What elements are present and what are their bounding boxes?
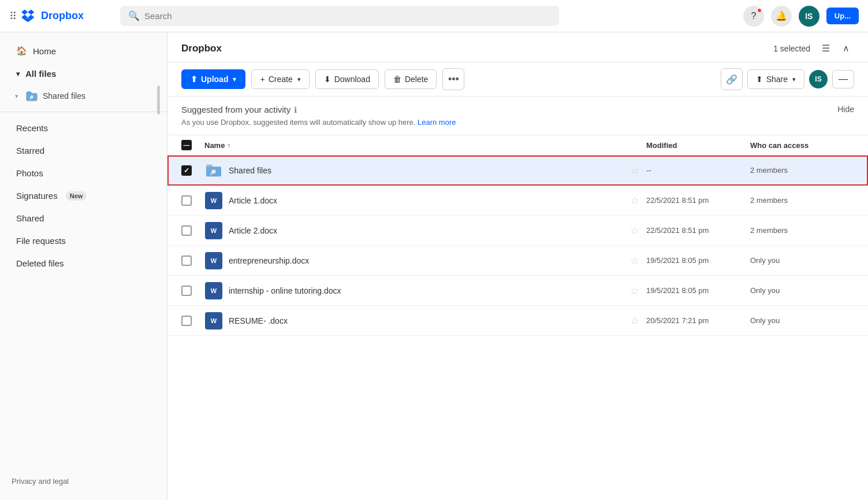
sidebar-item-home[interactable]: 🏠 Home bbox=[5, 40, 162, 62]
row-checkbox-entrepreneurship[interactable] bbox=[181, 255, 204, 266]
create-label: Create bbox=[269, 75, 293, 84]
upgrade-button[interactable]: Up... bbox=[826, 8, 859, 24]
col-modified-header: Modified bbox=[646, 141, 750, 150]
select-all-checkbox[interactable] bbox=[181, 140, 192, 150]
folder-icon bbox=[204, 161, 223, 180]
row-star-internship[interactable]: ☆ bbox=[577, 284, 646, 297]
row-modified-resume: 20/5/2021 7:21 pm bbox=[646, 316, 750, 325]
share-button[interactable]: ⬆ Share ▾ bbox=[747, 69, 804, 89]
row-star-article1[interactable]: ☆ bbox=[577, 194, 646, 207]
word-file-icon: W bbox=[204, 191, 223, 210]
toolbar-avatar[interactable]: IS bbox=[809, 70, 828, 88]
row-star-shared-files[interactable]: ☆ bbox=[577, 164, 646, 177]
chevron-up-icon[interactable]: ∧ bbox=[838, 40, 854, 56]
table-row[interactable]: W Article 2.docx ☆ 22/5/2021 8:51 pm 2 m… bbox=[167, 216, 868, 246]
avatar-button[interactable]: IS bbox=[799, 6, 819, 27]
sidebar-item-file-requests-label: File requests bbox=[16, 236, 66, 246]
header-right: 1 selected ☰ ∧ bbox=[773, 40, 854, 56]
help-button[interactable]: ? bbox=[743, 6, 764, 27]
row-select-checkbox-article1[interactable] bbox=[181, 195, 192, 206]
hide-button[interactable]: Hide bbox=[837, 105, 854, 114]
row-name-text-article2: Article 2.docx bbox=[229, 226, 277, 235]
row-select-checkbox-shared-files[interactable] bbox=[181, 165, 192, 176]
upload-button[interactable]: ⬆ Upload ▾ bbox=[181, 69, 245, 89]
link-icon: 🔗 bbox=[726, 74, 737, 85]
create-button[interactable]: + Create ▾ bbox=[251, 69, 309, 89]
row-star-entrepreneurship[interactable]: ☆ bbox=[577, 254, 646, 267]
sidebar-item-recents[interactable]: Recents bbox=[5, 117, 162, 139]
col-name-header[interactable]: Name ↑ bbox=[204, 141, 577, 150]
row-checkbox-internship[interactable] bbox=[181, 286, 204, 296]
row-select-checkbox-internship[interactable] bbox=[181, 286, 192, 296]
row-select-checkbox-article2[interactable] bbox=[181, 225, 192, 236]
sidebar-item-all-files[interactable]: ▾ All files bbox=[5, 63, 162, 84]
row-name-article2: W Article 2.docx bbox=[204, 221, 577, 240]
toolbar-right: 🔗 ⬆ Share ▾ IS — bbox=[721, 68, 854, 90]
suggestions-desc-text: As you use Dropbox, suggested items will… bbox=[181, 118, 415, 127]
toolbar: ⬆ Upload ▾ + Create ▾ ⬇ Download 🗑 Delet… bbox=[167, 62, 868, 97]
row-checkbox-article1[interactable] bbox=[181, 195, 204, 206]
download-label: Download bbox=[334, 75, 370, 84]
table-row[interactable]: W entrepreneurship.docx ☆ 19/5/2021 8:05… bbox=[167, 246, 868, 276]
sidebar-item-photos[interactable]: Photos bbox=[5, 162, 162, 184]
share-icon: ⬆ bbox=[756, 75, 763, 84]
row-access-article2: 2 members bbox=[750, 226, 854, 235]
breadcrumb: Dropbox bbox=[181, 43, 222, 54]
sidebar-item-starred[interactable]: Starred bbox=[5, 140, 162, 161]
notifications-button[interactable]: 🔔 bbox=[771, 6, 792, 27]
row-star-resume[interactable]: ☆ bbox=[577, 314, 646, 327]
header-checkbox-cell[interactable] bbox=[181, 140, 204, 150]
row-checkbox-article2[interactable] bbox=[181, 225, 204, 236]
row-name-text-shared-files: Shared files bbox=[229, 166, 271, 175]
sidebar-item-shared-label: Shared bbox=[16, 213, 44, 223]
delete-button[interactable]: 🗑 Delete bbox=[385, 69, 437, 89]
more-options-button[interactable]: ••• bbox=[442, 68, 464, 90]
upload-chevron-icon: ▾ bbox=[233, 76, 236, 83]
privacy-legal-link[interactable]: Privacy and legal bbox=[12, 477, 69, 486]
table-row[interactable]: Shared files ☆ -- 2 members bbox=[167, 155, 868, 186]
row-access-resume: Only you bbox=[750, 316, 854, 325]
download-button[interactable]: ⬇ Download bbox=[315, 69, 379, 89]
delete-label: Delete bbox=[405, 75, 428, 84]
sidebar-item-file-requests[interactable]: File requests bbox=[5, 230, 162, 251]
table-row[interactable]: W internship - online tutoring.docx ☆ 19… bbox=[167, 276, 868, 306]
sidebar-item-deleted-files[interactable]: Deleted files bbox=[5, 253, 162, 274]
row-modified-internship: 19/5/2021 8:05 pm bbox=[646, 286, 750, 295]
bell-icon: 🔔 bbox=[776, 10, 787, 21]
table-row[interactable]: W RESUME- .docx ☆ 20/5/2021 7:21 pm Only… bbox=[167, 306, 868, 336]
search-bar[interactable]: 🔍 bbox=[120, 6, 559, 26]
sidebar-item-photos-label: Photos bbox=[16, 168, 43, 178]
link-button[interactable]: 🔗 bbox=[721, 68, 743, 90]
learn-more-link[interactable]: Learn more bbox=[418, 118, 456, 127]
search-icon: 🔍 bbox=[128, 10, 140, 21]
col-access-header: Who can access bbox=[750, 141, 854, 150]
share-label: Share bbox=[766, 75, 788, 84]
row-checkbox-shared-files[interactable] bbox=[181, 165, 204, 176]
selected-count: 1 selected bbox=[773, 44, 810, 53]
sidebar: 🏠 Home ▾ All files ▾ Shared files Recent… bbox=[0, 32, 167, 500]
row-select-checkbox-entrepreneurship[interactable] bbox=[181, 255, 192, 266]
row-name-entrepreneurship: W entrepreneurship.docx bbox=[204, 251, 577, 270]
row-select-checkbox-resume[interactable] bbox=[181, 316, 192, 326]
row-name-text-resume: RESUME- .docx bbox=[229, 316, 288, 325]
row-name-text-entrepreneurship: entrepreneurship.docx bbox=[229, 256, 309, 265]
sidebar-item-signatures[interactable]: Signatures New bbox=[5, 185, 162, 206]
suggestions-desc: As you use Dropbox, suggested items will… bbox=[181, 118, 456, 127]
row-access-article1: 2 members bbox=[750, 196, 854, 205]
sidebar-item-shared-files[interactable]: ▾ Shared files bbox=[5, 86, 162, 106]
toolbar-minimize-button[interactable]: — bbox=[832, 70, 854, 88]
row-star-article2[interactable]: ☆ bbox=[577, 224, 646, 237]
col-name-label: Name bbox=[204, 141, 225, 150]
sidebar-divider bbox=[0, 112, 167, 112]
row-access-internship: Only you bbox=[750, 286, 854, 295]
upload-label: Upload bbox=[201, 75, 228, 84]
upload-icon: ⬆ bbox=[191, 75, 198, 84]
row-checkbox-resume[interactable] bbox=[181, 316, 204, 326]
info-icon[interactable]: ℹ bbox=[294, 105, 297, 114]
sidebar-item-shared[interactable]: Shared bbox=[5, 208, 162, 229]
list-view-button[interactable]: ☰ bbox=[817, 40, 835, 56]
grid-icon[interactable]: ⠿ bbox=[9, 10, 17, 23]
table-row[interactable]: W Article 1.docx ☆ 22/5/2021 8:51 pm 2 m… bbox=[167, 186, 868, 216]
sidebar-item-all-files-label: All files bbox=[25, 69, 56, 79]
search-input[interactable] bbox=[144, 11, 551, 21]
